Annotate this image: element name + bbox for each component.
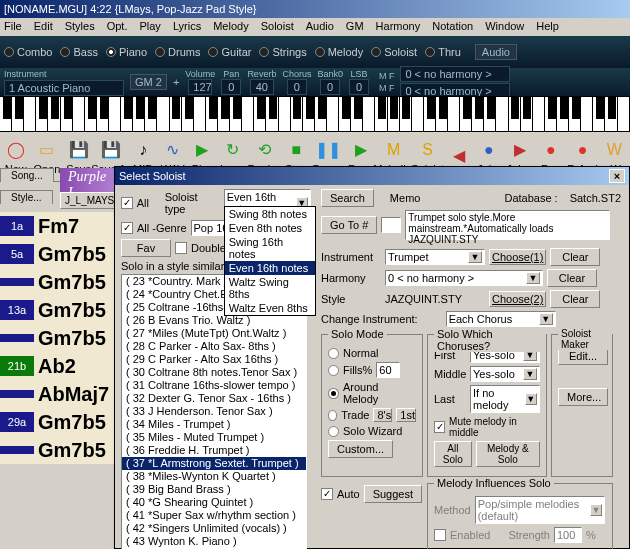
list-item[interactable]: ( 39 Big Band Brass ) <box>122 483 306 496</box>
change-instr-combo[interactable]: Each Chorus▼ <box>446 311 556 327</box>
dropdown-item[interactable]: Swing 16th notes <box>225 235 315 261</box>
chord-cell[interactable]: Gm7b5 <box>34 327 124 350</box>
solo-wizard-radio[interactable] <box>328 426 339 437</box>
fills-radio[interactable] <box>328 365 339 376</box>
dlg-instrument-combo[interactable]: Trumpet▼ <box>385 249 485 265</box>
reverb-input[interactable]: 40 <box>250 79 274 95</box>
pan-input[interactable]: 0 <box>221 79 241 95</box>
chord-cell[interactable]: Gm7b5 <box>34 243 124 266</box>
memo-textarea[interactable]: Trumpet solo style.More mainstream.*Auto… <box>405 210 610 240</box>
menu-opt[interactable]: Opt. <box>107 20 128 34</box>
menu-lyrics[interactable]: Lyrics <box>173 20 201 34</box>
double-time-checkbox[interactable] <box>175 242 187 254</box>
list-item[interactable]: ( 42 *Singers Unlimited (vocals) ) <box>122 522 306 535</box>
trade-radio[interactable] <box>328 410 337 421</box>
melody-solo-button[interactable]: Melody & Solo <box>476 441 540 467</box>
track-radio-combo[interactable]: Combo <box>4 46 52 58</box>
list-item[interactable]: ( 27 *Miles (MuteTpt) Ont.Waltz ) <box>122 327 306 340</box>
auto-checkbox[interactable] <box>321 488 333 500</box>
style-button[interactable]: J_L_MAYS <box>60 192 115 209</box>
list-item[interactable]: ( 30 Coltrane 8th notes.Tenor Sax ) <box>122 366 306 379</box>
suggest-button[interactable]: Suggest <box>364 485 422 503</box>
list-item[interactable]: ( 32 Dexter G. Tenor Sax - 16ths ) <box>122 392 306 405</box>
menu-window[interactable]: Window <box>485 20 524 34</box>
all-checkbox[interactable] <box>121 197 133 209</box>
trade-1st-button[interactable]: 1st <box>396 408 416 422</box>
clear-style-button[interactable]: Clear <box>550 290 600 308</box>
volume-input[interactable]: 127 <box>188 79 212 95</box>
trade-8s-button[interactable]: 8's <box>373 408 392 422</box>
menu-help[interactable]: Help <box>536 20 559 34</box>
goto-input[interactable] <box>381 217 401 233</box>
strength-input[interactable]: 100 <box>554 527 582 543</box>
track-radio-bass[interactable]: Bass <box>60 46 97 58</box>
last-combo[interactable]: If no melody▼ <box>470 385 540 413</box>
list-item[interactable]: ( 36 Freddie H. Trumpet ) <box>122 444 306 457</box>
harmony1-select[interactable]: 0 < no harmony > <box>400 66 510 82</box>
list-item[interactable]: ( 38 *Miles-Wynton K Quartet ) <box>122 470 306 483</box>
chord-cell[interactable]: Gm7b5 <box>34 299 124 322</box>
track-radio-guitar[interactable]: Guitar <box>208 46 251 58</box>
dropdown-item[interactable]: Waltz Swing 8ths <box>225 275 315 301</box>
dropdown-item[interactable]: Swing 8th notes <box>225 207 315 221</box>
lsb-input[interactable]: 0 <box>349 79 369 95</box>
menu-styles[interactable]: Styles <box>65 20 95 34</box>
list-item[interactable]: ( 31 Coltrane 16ths-slower tempo ) <box>122 379 306 392</box>
bank0-input[interactable]: 0 <box>320 79 340 95</box>
fills-input[interactable]: 60 <box>376 362 400 378</box>
song-tab[interactable]: Song... <box>0 168 54 182</box>
middle-combo[interactable]: Yes-solo▼ <box>470 366 540 382</box>
menu-audio[interactable]: Audio <box>306 20 334 34</box>
choose1-button[interactable]: Choose(1) <box>489 249 546 265</box>
all-solo-button[interactable]: All Solo <box>434 441 472 467</box>
clear-harmony-button[interactable]: Clear <box>547 269 597 287</box>
track-radio-thru[interactable]: Thru <box>425 46 461 58</box>
chord-cell[interactable]: Gm7b5 <box>34 271 124 294</box>
soloist-type-combo[interactable]: Even 16th notes ▼ Swing 8th notesEven 8t… <box>224 189 311 217</box>
track-radio-drums[interactable]: Drums <box>155 46 200 58</box>
list-item[interactable]: ( 41 *Super Sax w/rhythm section ) <box>122 509 306 522</box>
more-button[interactable]: More... <box>558 388 608 406</box>
chord-cell[interactable]: Ab2 <box>34 355 124 378</box>
menu-notation[interactable]: Notation <box>432 20 473 34</box>
gm2-button[interactable]: GM 2 <box>130 74 167 90</box>
menu-gm[interactable]: GM <box>346 20 364 34</box>
list-item[interactable]: ( 43 Wynton K. Piano ) <box>122 535 306 548</box>
dropdown-item[interactable]: Waltz Even 8ths <box>225 301 315 315</box>
instrument-select[interactable]: 1 Acoustic Piano <box>4 80 124 96</box>
choose2-button[interactable]: Choose(2) <box>489 291 546 307</box>
list-item[interactable]: ( 28 C Parker - Alto Sax- 8ths ) <box>122 340 306 353</box>
chord-cell[interactable]: Gm7b5 <box>34 411 124 434</box>
chord-cell[interactable]: Gm7b5 <box>34 439 124 462</box>
normal-radio[interactable] <box>328 348 339 359</box>
enabled-checkbox[interactable] <box>434 529 446 541</box>
list-item[interactable]: ( 34 Miles - Trumpet ) <box>122 418 306 431</box>
menu-harmony[interactable]: Harmony <box>376 20 421 34</box>
all-genre-checkbox[interactable] <box>121 222 133 234</box>
dlg-harmony-combo[interactable]: 0 < no harmony >▼ <box>385 270 543 286</box>
fav-button[interactable]: Fav <box>121 239 171 257</box>
method-combo[interactable]: Pop/simple melodies (default)▼ <box>475 496 605 524</box>
list-item[interactable]: ( 40 *G Shearing Quintet ) <box>122 496 306 509</box>
list-item[interactable]: ( 29 C Parker - Alto Sax 16ths ) <box>122 353 306 366</box>
track-radio-soloist[interactable]: Soloist <box>371 46 417 58</box>
close-icon[interactable]: × <box>609 169 625 183</box>
around-melody-radio[interactable] <box>328 388 339 399</box>
list-item[interactable]: ( 33 J Henderson. Tenor Sax ) <box>122 405 306 418</box>
dropdown-item[interactable]: Even 8th notes <box>225 221 315 235</box>
custom-button[interactable]: Custom... <box>328 440 393 458</box>
track-radio-piano[interactable]: Piano <box>106 46 147 58</box>
menu-play[interactable]: Play <box>139 20 160 34</box>
clear-instrument-button[interactable]: Clear <box>550 248 600 266</box>
chorus-input[interactable]: 0 <box>287 79 307 95</box>
menu-soloist[interactable]: Soloist <box>261 20 294 34</box>
chord-cell[interactable]: AbMaj7 <box>34 383 124 406</box>
menu-file[interactable]: File <box>4 20 22 34</box>
list-item[interactable]: ( 35 Miles - Muted Trumpet ) <box>122 431 306 444</box>
track-radio-strings[interactable]: Strings <box>259 46 306 58</box>
menu-melody[interactable]: Melody <box>213 20 248 34</box>
audio-button[interactable]: Audio <box>475 44 517 60</box>
style-tab[interactable]: Style... <box>0 190 53 204</box>
mute-melody-checkbox[interactable] <box>434 421 445 433</box>
list-item[interactable]: ( 37 *L Armstrong Sextet. Trumpet ) <box>122 457 306 470</box>
